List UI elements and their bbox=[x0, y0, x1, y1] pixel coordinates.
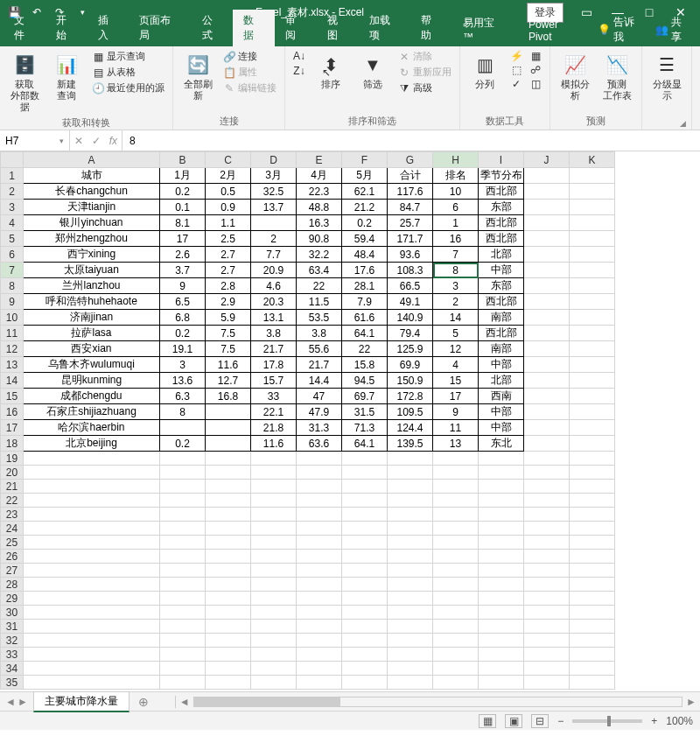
cell[interactable] bbox=[524, 200, 570, 215]
row-header-30[interactable]: 30 bbox=[1, 606, 24, 620]
row-header-35[interactable]: 35 bbox=[1, 676, 24, 690]
cell[interactable] bbox=[251, 508, 297, 522]
tab-layout[interactable]: 页面布局 bbox=[129, 10, 191, 46]
forecast-sheet-button[interactable]: 📉预测 工作表 bbox=[598, 49, 636, 103]
cell[interactable] bbox=[297, 564, 342, 578]
cell[interactable] bbox=[524, 550, 570, 564]
cell[interactable] bbox=[160, 648, 206, 662]
cell[interactable] bbox=[24, 480, 160, 494]
cell[interactable] bbox=[206, 522, 251, 536]
cell[interactable] bbox=[479, 522, 524, 536]
row-header-18[interactable]: 18 bbox=[1, 436, 24, 452]
cell[interactable]: 22 bbox=[297, 278, 342, 294]
cell[interactable]: 城市 bbox=[24, 168, 160, 184]
cell[interactable] bbox=[160, 494, 206, 508]
get-external-data-button[interactable]: 🗄️获取 外部数据 bbox=[5, 49, 44, 116]
cell[interactable]: 哈尔滨haerbin bbox=[24, 420, 160, 436]
cell[interactable] bbox=[524, 326, 570, 341]
cell[interactable] bbox=[160, 620, 206, 634]
cell[interactable] bbox=[479, 662, 524, 676]
cell[interactable]: 31.3 bbox=[297, 420, 342, 436]
row-header-34[interactable]: 34 bbox=[1, 662, 24, 676]
cell[interactable] bbox=[297, 536, 342, 550]
row-header-6[interactable]: 6 bbox=[1, 247, 24, 263]
add-sheet-button[interactable]: ⊕ bbox=[130, 693, 158, 711]
cell[interactable] bbox=[479, 550, 524, 564]
what-if-button[interactable]: 📈模拟分析 bbox=[556, 49, 594, 103]
cell[interactable] bbox=[570, 168, 615, 184]
cell[interactable]: 北京beijing bbox=[24, 436, 160, 452]
cell[interactable]: 47 bbox=[297, 389, 342, 404]
cell[interactable] bbox=[524, 648, 570, 662]
new-query-button[interactable]: 📊新建 查询 bbox=[47, 49, 86, 103]
cell[interactable] bbox=[24, 606, 160, 620]
cell[interactable] bbox=[570, 389, 615, 404]
cell[interactable]: 7.5 bbox=[206, 326, 251, 341]
row-header-17[interactable]: 17 bbox=[1, 420, 24, 436]
cell[interactable] bbox=[570, 578, 615, 592]
cell[interactable] bbox=[206, 466, 251, 480]
cell[interactable]: 79.4 bbox=[388, 326, 433, 341]
cell[interactable]: 32.2 bbox=[297, 247, 342, 263]
scroll-left-icon[interactable]: ◄ bbox=[179, 696, 190, 708]
cell[interactable] bbox=[570, 480, 615, 494]
cell[interactable]: 16.8 bbox=[206, 389, 251, 404]
cell[interactable]: 0.2 bbox=[342, 215, 388, 231]
tab-home[interactable]: 开始 bbox=[46, 10, 88, 46]
cell[interactable] bbox=[479, 578, 524, 592]
cell[interactable]: 48.8 bbox=[297, 200, 342, 215]
cell[interactable] bbox=[251, 564, 297, 578]
cell[interactable] bbox=[24, 634, 160, 648]
cell[interactable] bbox=[342, 536, 388, 550]
cell[interactable] bbox=[297, 578, 342, 592]
cell[interactable]: 0.5 bbox=[206, 184, 251, 200]
cell[interactable] bbox=[24, 536, 160, 550]
cell[interactable]: 33 bbox=[251, 389, 297, 404]
cell[interactable]: 东北 bbox=[479, 436, 524, 452]
cell[interactable]: 1月 bbox=[160, 168, 206, 184]
cell[interactable] bbox=[206, 564, 251, 578]
cell[interactable] bbox=[524, 466, 570, 480]
cell[interactable] bbox=[297, 606, 342, 620]
cell[interactable]: 12 bbox=[433, 341, 479, 357]
cell[interactable] bbox=[570, 536, 615, 550]
cell[interactable]: 93.6 bbox=[388, 247, 433, 263]
cell[interactable] bbox=[524, 536, 570, 550]
cell[interactable]: 拉萨lasa bbox=[24, 326, 160, 341]
cell[interactable]: 3 bbox=[433, 278, 479, 294]
cell[interactable]: 中部 bbox=[479, 404, 524, 420]
cell[interactable]: 63.4 bbox=[297, 263, 342, 278]
fx-icon[interactable]: fx bbox=[109, 135, 117, 147]
horizontal-scrollbar[interactable]: ◄ ► bbox=[175, 696, 700, 708]
cell[interactable]: 0.2 bbox=[160, 184, 206, 200]
cell[interactable]: 3.8 bbox=[297, 326, 342, 341]
cell[interactable] bbox=[524, 278, 570, 294]
cell[interactable] bbox=[570, 676, 615, 690]
cell[interactable] bbox=[206, 550, 251, 564]
cell[interactable] bbox=[297, 480, 342, 494]
cell[interactable]: 2 bbox=[433, 294, 479, 310]
spreadsheet-grid[interactable]: ABCDEFGHIJK1城市1月2月3月4月5月合计排名季节分布2长春chang… bbox=[0, 151, 700, 691]
cell[interactable]: 66.5 bbox=[388, 278, 433, 294]
cell[interactable] bbox=[24, 508, 160, 522]
cell[interactable] bbox=[24, 494, 160, 508]
cell[interactable] bbox=[570, 634, 615, 648]
cell[interactable] bbox=[479, 494, 524, 508]
cell[interactable] bbox=[570, 606, 615, 620]
cell[interactable] bbox=[342, 550, 388, 564]
cell[interactable] bbox=[160, 564, 206, 578]
cell[interactable]: 13 bbox=[433, 436, 479, 452]
cell[interactable] bbox=[524, 494, 570, 508]
cell[interactable] bbox=[297, 522, 342, 536]
cell[interactable]: 11 bbox=[433, 420, 479, 436]
tab-eztools[interactable]: 易用宝 ™ bbox=[452, 12, 518, 46]
cell[interactable]: 6.8 bbox=[160, 310, 206, 326]
cell[interactable] bbox=[570, 294, 615, 310]
chevron-down-icon[interactable]: ▾ bbox=[60, 137, 64, 145]
column-header-K[interactable]: K bbox=[570, 152, 615, 168]
cell[interactable]: 兰州lanzhou bbox=[24, 278, 160, 294]
cell[interactable]: 2 bbox=[251, 231, 297, 247]
column-header-B[interactable]: B bbox=[160, 152, 206, 168]
cell[interactable]: 0.1 bbox=[160, 200, 206, 215]
cell[interactable] bbox=[342, 522, 388, 536]
